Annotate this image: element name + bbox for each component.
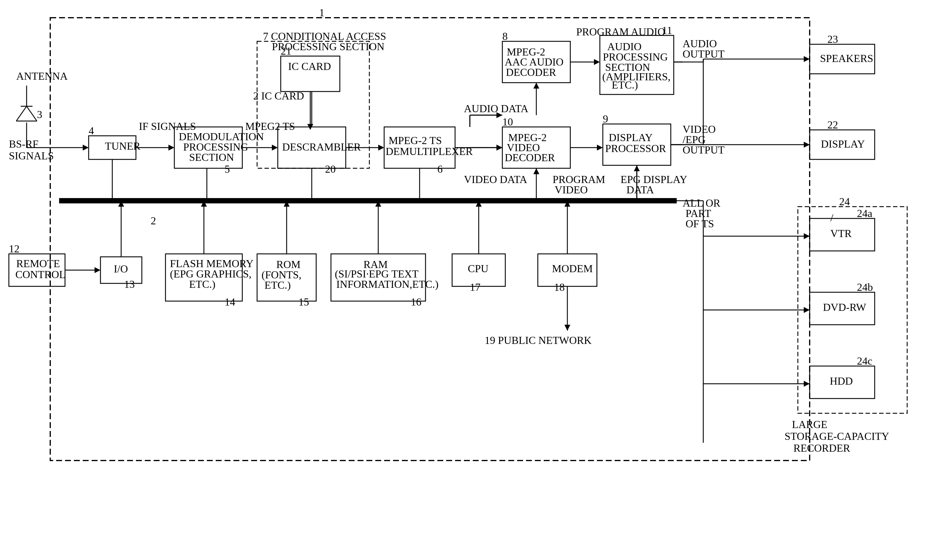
if-signals-label: IF SIGNALS [139, 120, 196, 132]
io-label: I/O [114, 263, 128, 275]
label-10: 10 [502, 116, 513, 128]
bs-rf-signals-label: SIGNALS [9, 150, 54, 162]
label-12: 12 [9, 243, 20, 255]
svg-rect-0 [0, 0, 932, 560]
audio-proc-label1: AUDIO [607, 41, 642, 52]
label-22: 22 [827, 119, 838, 131]
epg-display-label1: EPG DISPLAY [620, 174, 687, 185]
audio-data-label: AUDIO DATA [464, 103, 528, 115]
label-23: 23 [827, 33, 838, 45]
label-24-slash: / [830, 212, 833, 224]
video-decoder-label3: DECODER [505, 152, 555, 163]
label-9: 9 [603, 113, 608, 125]
label-13: 13 [124, 278, 135, 290]
rom-label3: ETC.) [264, 279, 291, 291]
video-epg-label3: OUTPUT [683, 144, 725, 156]
public-network-label: 19 PUBLIC NETWORK [485, 334, 592, 346]
all-or-part-label2: PART [685, 208, 711, 219]
demod-label3: SECTION [189, 151, 234, 163]
remote-label2: CONTROL [15, 269, 66, 280]
label-15: 15 [298, 296, 309, 308]
hdd-label: HDD [830, 375, 853, 387]
demod-label1: DEMODULATION [179, 131, 264, 143]
label-21: 21 [281, 45, 292, 57]
label-1: 1 [319, 7, 324, 18]
label-24: 24 [839, 196, 850, 208]
label-5: 5 [225, 163, 230, 175]
audio-output-label: AUDIO [683, 38, 717, 49]
label-4: 4 [89, 125, 94, 137]
mpeg2-ts-label: MPEG2 TS [245, 120, 295, 132]
all-or-part-label3: OF TS [685, 218, 714, 230]
label-8: 8 [502, 31, 508, 42]
label-3: 3 [37, 109, 42, 120]
label-24a: 24a [857, 208, 872, 219]
cpu-label: CPU [468, 263, 488, 275]
label-16: 16 [411, 296, 421, 308]
audio-decoder-label3: DECODER [506, 66, 556, 78]
audio-output-label2: OUTPUT [683, 48, 725, 60]
ic-card-2-label: 2 IC CARD [253, 90, 304, 102]
label-17: 17 [470, 282, 480, 293]
display-proc-label2: PROCESSOR [605, 143, 666, 154]
demux-label1: MPEG-2 TS [389, 135, 442, 146]
large-storage-label1: LARGE [792, 418, 827, 431]
label-24b: 24b [857, 282, 873, 293]
label-2: 2 [151, 215, 156, 227]
label-6: 6 [437, 163, 443, 175]
large-storage-label3: RECORDER [793, 442, 850, 454]
flash-label3: ETC.) [189, 278, 215, 290]
flash-label2: (EPG GRAPHICS, [170, 268, 252, 280]
video-epg-label2: /EPG [683, 134, 706, 146]
modem-label: MODEM [552, 263, 593, 275]
large-storage-label2: STORAGE-CAPACITY [785, 431, 889, 442]
audio-proc-label5: ETC.) [612, 79, 638, 91]
remote-label1: REMOTE [16, 258, 60, 269]
tuner-label: TUNER [105, 140, 140, 152]
display-proc-label1: DISPLAY [609, 132, 653, 143]
rom-label1: ROM [276, 258, 301, 271]
vtr-label: VTR [830, 228, 852, 239]
dvd-label: DVD-RW [823, 302, 866, 313]
epg-display-label2: DATA [626, 184, 654, 196]
label-14: 14 [225, 296, 235, 308]
ic-card-label1: IC CARD [288, 60, 331, 72]
ram-label2: (SI/PSI·EPG TEXT [335, 268, 418, 280]
all-or-part-label1: ALL OR [683, 197, 721, 209]
rom-label2: (FONTS, [262, 269, 301, 281]
block-diagram: 1 ANTENNA 3 BS-RF SIGNALS TUNER 4 IF SIG… [0, 0, 932, 560]
demod-label2: PROCESSING [183, 141, 248, 153]
flash-label1: FLASH MEMORY [170, 258, 253, 269]
label-20: 20 [325, 163, 336, 175]
program-video-label2: VIDEO [555, 184, 588, 196]
label-11: 11 [662, 25, 672, 36]
audio-decoder-label2: AAC AUDIO [505, 56, 563, 68]
program-video-label: PROGRAM [552, 174, 605, 185]
audio-proc-label2: PROCESSING [603, 51, 668, 63]
label-24c: 24c [857, 355, 872, 367]
antenna-label: ANTENNA [16, 70, 68, 82]
label-18: 18 [554, 282, 565, 293]
video-data-label: VIDEO DATA [464, 174, 527, 185]
ram-label3: INFORMATION,ETC.) [336, 278, 438, 290]
conditional-access-label1: 7 CONDITIONAL ACCESS [263, 31, 386, 42]
program-audio-label: PROGRAM AUDIO [576, 26, 665, 38]
speakers-label: SPEAKERS [820, 52, 873, 65]
bs-rf-label: BS-RF [9, 138, 39, 150]
display-label: DISPLAY [821, 138, 865, 150]
descrambler-label: DESCRAMBLER [282, 141, 361, 153]
video-epg-label1: VIDEO [683, 123, 716, 135]
